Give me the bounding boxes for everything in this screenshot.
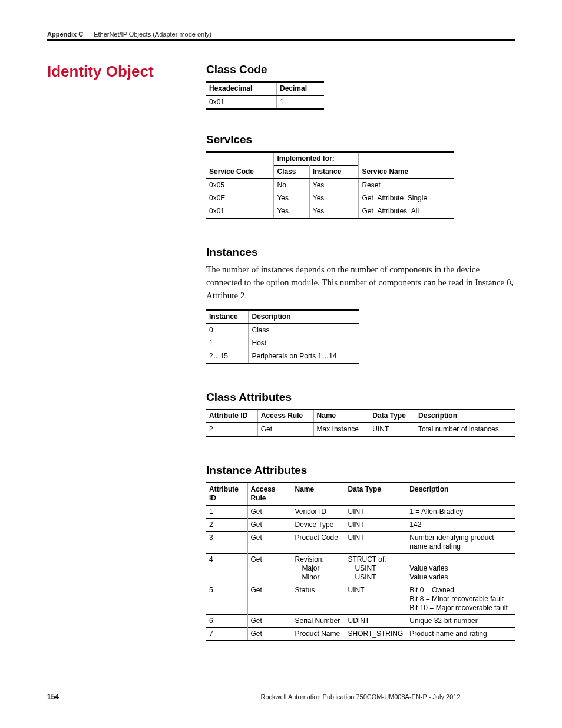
line: Bit 10 = Major recoverable fault	[409, 604, 507, 612]
line: Value varies	[409, 564, 448, 572]
page-title: Identity Object	[47, 63, 206, 80]
cell: Yes	[309, 205, 359, 218]
cell: 1	[206, 505, 247, 519]
cell: 0	[206, 324, 249, 337]
cell: Device Type	[292, 519, 345, 532]
table-class-code: Hexadecimal Decimal 0x01 1	[206, 81, 324, 110]
cell: 1	[206, 337, 249, 350]
cell: UINT	[345, 505, 406, 519]
table-row: 6 Get Serial Number UDINT Unique 32-bit …	[206, 615, 515, 628]
cell: UINT	[345, 532, 406, 554]
section-class-attributes: Class Attributes Attribute ID Access Rul…	[206, 391, 515, 437]
line: USINT	[348, 573, 376, 581]
cell: 1	[276, 95, 324, 109]
table-instances: Instance Description 0 Class 1 Host 2…15…	[206, 309, 359, 364]
line: Bit 0 = Owned	[409, 586, 454, 594]
group-implemented-for: Implemented for:	[274, 152, 359, 166]
cell: Unique 32-bit number	[406, 615, 515, 628]
col-class: Class	[274, 165, 309, 179]
cell: Get	[247, 532, 292, 554]
heading-class-attributes: Class Attributes	[206, 391, 515, 404]
section-instance-attributes: Instance Attributes Attribute ID Access …	[206, 464, 515, 641]
cell: 1 = Allen-Bradley	[406, 505, 515, 519]
cell: Get	[257, 423, 313, 436]
cell: Get_Attribute_Single	[359, 192, 454, 205]
col-access-rule: Access Rule	[257, 409, 313, 423]
appendix-label: Appendix C	[47, 31, 83, 38]
col-attr-id: Attribute ID	[206, 409, 257, 423]
line: USINT	[348, 564, 376, 572]
line: STRUCT of:	[348, 555, 386, 564]
col-name: Name	[313, 409, 369, 423]
cell: UDINT	[345, 615, 406, 628]
line: Bit 8 = Minor recoverable fault	[409, 595, 504, 603]
cell: Get	[247, 584, 292, 615]
cell: Serial Number	[292, 615, 345, 628]
heading-instance-attributes: Instance Attributes	[206, 464, 515, 477]
col-instance: Instance	[206, 310, 249, 324]
cell: Status	[292, 584, 345, 615]
cell: Yes	[274, 205, 309, 218]
cell: Class	[249, 324, 359, 337]
section-class-code: Class Code Hexadecimal Decimal 0x01 1	[206, 63, 515, 110]
heading-class-code: Class Code	[206, 63, 515, 77]
cell: 0x0E	[206, 192, 274, 205]
col-dec: Decimal	[276, 82, 324, 95]
heading-instances: Instances	[206, 246, 515, 259]
topic-label: EtherNet/IP Objects (Adapter mode only)	[94, 31, 211, 38]
publication-line: Rockwell Automation Publication 750COM-U…	[206, 693, 515, 700]
cell: Revision: Major Minor	[292, 554, 345, 584]
cell: Get	[247, 615, 292, 628]
table-row: 4 Get Revision: Major Minor STRUCT of: U…	[206, 554, 515, 584]
cell: Get_Attributes_All	[359, 205, 454, 218]
cell: UINT	[345, 584, 406, 615]
line: Major	[295, 564, 320, 572]
table-row: 5 Get Status UINT Bit 0 = Owned Bit 8 = …	[206, 584, 515, 615]
line: Revision:	[295, 555, 324, 564]
cell: 5	[206, 584, 247, 615]
cell: Yes	[309, 179, 359, 192]
col-hex: Hexadecimal	[206, 82, 276, 95]
col-description: Description	[406, 483, 515, 505]
cell: UINT	[345, 519, 406, 532]
col-data-type: Data Type	[369, 409, 415, 423]
heading-services: Services	[206, 133, 515, 147]
col-service-code: Service Code	[206, 152, 274, 179]
cell: Product Code	[292, 532, 345, 554]
col-access-rule: Access Rule	[247, 483, 292, 505]
cell: Get	[247, 505, 292, 519]
col-attr-id: Attribute ID	[206, 483, 247, 505]
cell: Number identifying product name and rati…	[406, 532, 515, 554]
table-services: Service Code Implemented for: Service Na…	[206, 151, 454, 219]
cell: 0x01	[206, 95, 276, 109]
col-name: Name	[292, 483, 345, 505]
cell: Get	[247, 554, 292, 584]
table-row: 7 Get Product Name SHORT_STRING Product …	[206, 628, 515, 641]
cell: Yes	[274, 192, 309, 205]
cell: 3	[206, 532, 247, 554]
cell: Reset	[359, 179, 454, 192]
cell: 0x01	[206, 205, 274, 218]
col-service-name: Service Name	[359, 152, 454, 179]
cell: 2…15	[206, 350, 249, 363]
cell: Max Instance	[313, 423, 369, 436]
table-row: 3 Get Product Code UINT Number identifyi…	[206, 532, 515, 554]
cell: SHORT_STRING	[345, 628, 406, 641]
cell: STRUCT of: USINT USINT	[345, 554, 406, 584]
cell: Total number of instances	[415, 423, 515, 436]
instances-body: The number of instances depends on the n…	[206, 263, 515, 302]
cell: 4	[206, 554, 247, 584]
line: Value varies	[409, 573, 448, 581]
cell: No	[274, 179, 309, 192]
cell: 0x05	[206, 179, 274, 192]
table-class-attributes: Attribute ID Access Rule Name Data Type …	[206, 409, 515, 437]
cell: 2	[206, 423, 257, 436]
table-instance-attributes: Attribute ID Access Rule Name Data Type …	[206, 482, 515, 641]
cell: Vendor ID	[292, 505, 345, 519]
line: Minor	[295, 573, 320, 581]
cell: 7	[206, 628, 247, 641]
cell: 142	[406, 519, 515, 532]
cell: UINT	[369, 423, 415, 436]
cell: 6	[206, 615, 247, 628]
col-data-type: Data Type	[345, 483, 406, 505]
